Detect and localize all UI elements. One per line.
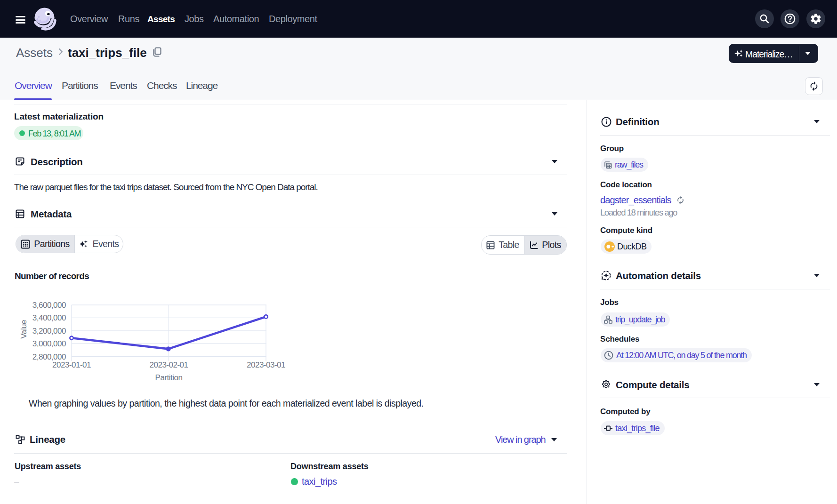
svg-text:2,800,000: 2,800,000 [32, 352, 66, 361]
svg-text:3,400,000: 3,400,000 [32, 313, 66, 322]
svg-text:2023-01-01: 2023-01-01 [52, 360, 91, 369]
svg-text:2023-02-01: 2023-02-01 [150, 360, 188, 369]
svg-text:3,000,000: 3,000,000 [32, 339, 66, 348]
svg-text:Value: Value [19, 320, 28, 339]
svg-text:3,600,000: 3,600,000 [32, 301, 66, 310]
svg-text:Partition: Partition [155, 373, 183, 382]
svg-text:3,200,000: 3,200,000 [32, 327, 66, 336]
svg-text:2023-03-01: 2023-03-01 [247, 360, 285, 369]
